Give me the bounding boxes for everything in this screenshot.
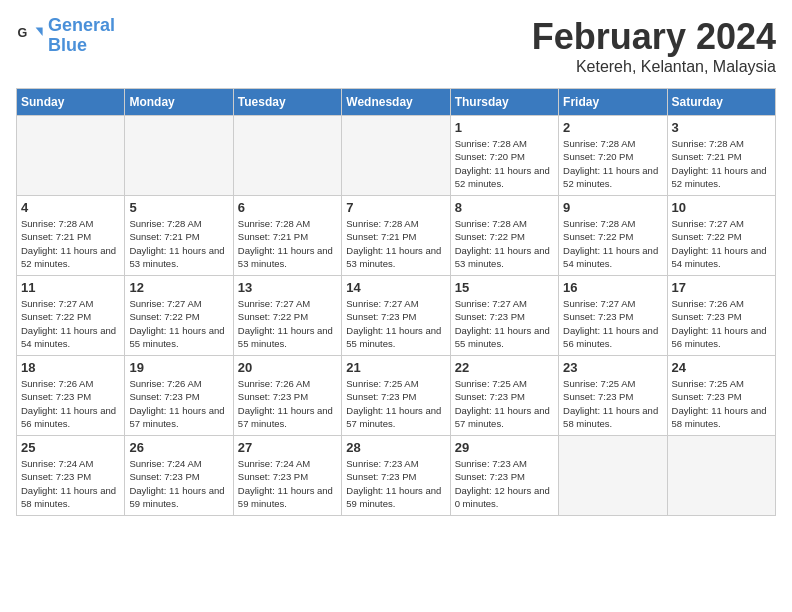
day-info: Sunrise: 7:28 AMSunset: 7:22 PMDaylight:… xyxy=(455,217,554,270)
title-area: February 2024 Ketereh, Kelantan, Malaysi… xyxy=(532,16,776,76)
day-number: 27 xyxy=(238,440,337,455)
weekday-header: Wednesday xyxy=(342,89,450,116)
calendar-week-row: 18Sunrise: 7:26 AMSunset: 7:23 PMDayligh… xyxy=(17,356,776,436)
calendar-week-row: 1Sunrise: 7:28 AMSunset: 7:20 PMDaylight… xyxy=(17,116,776,196)
day-number: 16 xyxy=(563,280,662,295)
day-number: 21 xyxy=(346,360,445,375)
day-info: Sunrise: 7:23 AMSunset: 7:23 PMDaylight:… xyxy=(346,457,445,510)
day-number: 22 xyxy=(455,360,554,375)
calendar-day-cell: 11Sunrise: 7:27 AMSunset: 7:22 PMDayligh… xyxy=(17,276,125,356)
day-info: Sunrise: 7:28 AMSunset: 7:21 PMDaylight:… xyxy=(21,217,120,270)
calendar-day-cell: 14Sunrise: 7:27 AMSunset: 7:23 PMDayligh… xyxy=(342,276,450,356)
weekday-header: Tuesday xyxy=(233,89,341,116)
calendar-day-cell: 1Sunrise: 7:28 AMSunset: 7:20 PMDaylight… xyxy=(450,116,558,196)
day-info: Sunrise: 7:28 AMSunset: 7:20 PMDaylight:… xyxy=(455,137,554,190)
day-info: Sunrise: 7:28 AMSunset: 7:21 PMDaylight:… xyxy=(129,217,228,270)
day-info: Sunrise: 7:25 AMSunset: 7:23 PMDaylight:… xyxy=(672,377,771,430)
svg-text:G: G xyxy=(17,26,27,40)
calendar-body: 1Sunrise: 7:28 AMSunset: 7:20 PMDaylight… xyxy=(17,116,776,516)
calendar-day-cell xyxy=(667,436,775,516)
day-number: 4 xyxy=(21,200,120,215)
calendar-day-cell: 12Sunrise: 7:27 AMSunset: 7:22 PMDayligh… xyxy=(125,276,233,356)
day-number: 7 xyxy=(346,200,445,215)
calendar-day-cell: 4Sunrise: 7:28 AMSunset: 7:21 PMDaylight… xyxy=(17,196,125,276)
page-header: G GeneralBlue February 2024 Ketereh, Kel… xyxy=(16,16,776,76)
calendar-week-row: 4Sunrise: 7:28 AMSunset: 7:21 PMDaylight… xyxy=(17,196,776,276)
day-info: Sunrise: 7:27 AMSunset: 7:23 PMDaylight:… xyxy=(346,297,445,350)
logo-icon: G xyxy=(16,22,44,50)
day-info: Sunrise: 7:24 AMSunset: 7:23 PMDaylight:… xyxy=(21,457,120,510)
day-info: Sunrise: 7:25 AMSunset: 7:23 PMDaylight:… xyxy=(563,377,662,430)
day-info: Sunrise: 7:26 AMSunset: 7:23 PMDaylight:… xyxy=(672,297,771,350)
logo: G GeneralBlue xyxy=(16,16,115,56)
weekday-header: Saturday xyxy=(667,89,775,116)
calendar-week-row: 25Sunrise: 7:24 AMSunset: 7:23 PMDayligh… xyxy=(17,436,776,516)
svg-marker-1 xyxy=(36,27,43,35)
calendar-week-row: 11Sunrise: 7:27 AMSunset: 7:22 PMDayligh… xyxy=(17,276,776,356)
weekday-header: Monday xyxy=(125,89,233,116)
calendar-day-cell: 9Sunrise: 7:28 AMSunset: 7:22 PMDaylight… xyxy=(559,196,667,276)
day-number: 20 xyxy=(238,360,337,375)
calendar-day-cell: 6Sunrise: 7:28 AMSunset: 7:21 PMDaylight… xyxy=(233,196,341,276)
day-info: Sunrise: 7:26 AMSunset: 7:23 PMDaylight:… xyxy=(238,377,337,430)
calendar-day-cell: 13Sunrise: 7:27 AMSunset: 7:22 PMDayligh… xyxy=(233,276,341,356)
month-title: February 2024 xyxy=(532,16,776,58)
day-info: Sunrise: 7:24 AMSunset: 7:23 PMDaylight:… xyxy=(129,457,228,510)
calendar-day-cell xyxy=(17,116,125,196)
day-info: Sunrise: 7:25 AMSunset: 7:23 PMDaylight:… xyxy=(455,377,554,430)
day-info: Sunrise: 7:24 AMSunset: 7:23 PMDaylight:… xyxy=(238,457,337,510)
calendar-header-row: SundayMondayTuesdayWednesdayThursdayFrid… xyxy=(17,89,776,116)
day-info: Sunrise: 7:26 AMSunset: 7:23 PMDaylight:… xyxy=(129,377,228,430)
calendar-day-cell: 7Sunrise: 7:28 AMSunset: 7:21 PMDaylight… xyxy=(342,196,450,276)
day-number: 25 xyxy=(21,440,120,455)
day-number: 10 xyxy=(672,200,771,215)
calendar-day-cell: 28Sunrise: 7:23 AMSunset: 7:23 PMDayligh… xyxy=(342,436,450,516)
day-number: 24 xyxy=(672,360,771,375)
calendar-day-cell xyxy=(342,116,450,196)
calendar-day-cell: 26Sunrise: 7:24 AMSunset: 7:23 PMDayligh… xyxy=(125,436,233,516)
logo-text: GeneralBlue xyxy=(48,16,115,56)
day-number: 12 xyxy=(129,280,228,295)
day-number: 13 xyxy=(238,280,337,295)
calendar-day-cell xyxy=(125,116,233,196)
day-number: 8 xyxy=(455,200,554,215)
calendar-day-cell: 25Sunrise: 7:24 AMSunset: 7:23 PMDayligh… xyxy=(17,436,125,516)
day-number: 15 xyxy=(455,280,554,295)
calendar-day-cell: 8Sunrise: 7:28 AMSunset: 7:22 PMDaylight… xyxy=(450,196,558,276)
day-info: Sunrise: 7:26 AMSunset: 7:23 PMDaylight:… xyxy=(21,377,120,430)
location-title: Ketereh, Kelantan, Malaysia xyxy=(532,58,776,76)
day-number: 14 xyxy=(346,280,445,295)
calendar-day-cell xyxy=(233,116,341,196)
calendar-day-cell: 3Sunrise: 7:28 AMSunset: 7:21 PMDaylight… xyxy=(667,116,775,196)
day-info: Sunrise: 7:27 AMSunset: 7:22 PMDaylight:… xyxy=(672,217,771,270)
day-info: Sunrise: 7:27 AMSunset: 7:23 PMDaylight:… xyxy=(563,297,662,350)
day-info: Sunrise: 7:28 AMSunset: 7:21 PMDaylight:… xyxy=(238,217,337,270)
calendar-day-cell: 20Sunrise: 7:26 AMSunset: 7:23 PMDayligh… xyxy=(233,356,341,436)
day-info: Sunrise: 7:28 AMSunset: 7:21 PMDaylight:… xyxy=(672,137,771,190)
calendar-day-cell: 22Sunrise: 7:25 AMSunset: 7:23 PMDayligh… xyxy=(450,356,558,436)
day-number: 1 xyxy=(455,120,554,135)
day-info: Sunrise: 7:27 AMSunset: 7:22 PMDaylight:… xyxy=(129,297,228,350)
day-number: 23 xyxy=(563,360,662,375)
day-info: Sunrise: 7:25 AMSunset: 7:23 PMDaylight:… xyxy=(346,377,445,430)
day-number: 19 xyxy=(129,360,228,375)
day-number: 5 xyxy=(129,200,228,215)
day-number: 3 xyxy=(672,120,771,135)
day-number: 17 xyxy=(672,280,771,295)
calendar-day-cell: 16Sunrise: 7:27 AMSunset: 7:23 PMDayligh… xyxy=(559,276,667,356)
calendar-day-cell: 15Sunrise: 7:27 AMSunset: 7:23 PMDayligh… xyxy=(450,276,558,356)
calendar-day-cell: 17Sunrise: 7:26 AMSunset: 7:23 PMDayligh… xyxy=(667,276,775,356)
calendar-table: SundayMondayTuesdayWednesdayThursdayFrid… xyxy=(16,88,776,516)
calendar-day-cell xyxy=(559,436,667,516)
day-info: Sunrise: 7:27 AMSunset: 7:22 PMDaylight:… xyxy=(238,297,337,350)
weekday-header: Friday xyxy=(559,89,667,116)
calendar-day-cell: 19Sunrise: 7:26 AMSunset: 7:23 PMDayligh… xyxy=(125,356,233,436)
day-number: 2 xyxy=(563,120,662,135)
calendar-day-cell: 27Sunrise: 7:24 AMSunset: 7:23 PMDayligh… xyxy=(233,436,341,516)
day-number: 9 xyxy=(563,200,662,215)
calendar-day-cell: 24Sunrise: 7:25 AMSunset: 7:23 PMDayligh… xyxy=(667,356,775,436)
weekday-header: Sunday xyxy=(17,89,125,116)
day-info: Sunrise: 7:27 AMSunset: 7:22 PMDaylight:… xyxy=(21,297,120,350)
calendar-day-cell: 10Sunrise: 7:27 AMSunset: 7:22 PMDayligh… xyxy=(667,196,775,276)
day-info: Sunrise: 7:23 AMSunset: 7:23 PMDaylight:… xyxy=(455,457,554,510)
